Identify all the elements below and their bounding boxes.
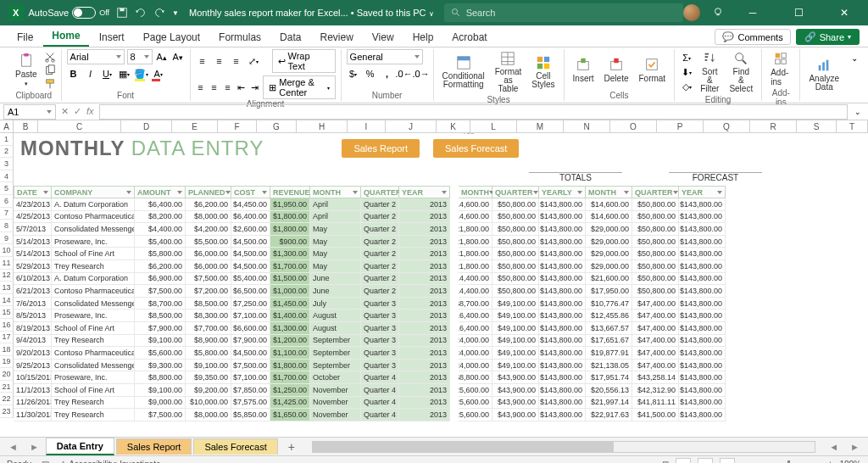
row-headers[interactable]: 1234567891011121314151617181920212223 — [0, 133, 14, 437]
row-header[interactable]: 16 — [0, 319, 14, 332]
table-row[interactable]: 9/4/2013Trey Research$9,100.00$8,900.00$… — [14, 335, 726, 348]
table-cell[interactable]: $1,950.00 — [270, 198, 310, 211]
table-cell[interactable]: August — [310, 322, 361, 335]
zoom-level[interactable]: 100% — [839, 460, 861, 464]
table-cell[interactable]: $4,500.00 — [231, 236, 270, 248]
table-cell[interactable]: 11/30/2013 — [14, 409, 52, 421]
table-header[interactable]: QUARTER — [361, 186, 399, 198]
insert-cells-button[interactable]: Insert — [570, 55, 598, 85]
table-cell[interactable]: $10,000.00 — [186, 397, 231, 410]
table-cell[interactable]: Quarter 2 — [361, 198, 399, 211]
table-cell[interactable]: $5,400.00 — [231, 273, 270, 286]
table-cell[interactable]: $6,200.00 — [186, 198, 231, 211]
table-cell[interactable]: Quarter 3 — [361, 335, 399, 348]
row-header[interactable]: 22 — [0, 393, 14, 405]
table-cell[interactable]: $5,800.00 — [135, 248, 186, 260]
enter-formula-icon[interactable]: ✓ — [74, 106, 81, 117]
table-cell[interactable]: 9/25/2013 — [14, 360, 52, 372]
table-cell[interactable]: $7,575.00 — [231, 397, 270, 410]
table-cell[interactable]: $1,400.00 — [270, 310, 310, 322]
table-cell[interactable]: 9/20/2013 — [14, 347, 52, 360]
table-cell[interactable]: $8,800.00 — [135, 371, 186, 384]
table-cell[interactable]: $17,651.67 — [586, 335, 632, 348]
table-cell[interactable]: Quarter 3 — [361, 298, 399, 310]
percent-format-icon[interactable]: % — [364, 67, 377, 81]
table-cell[interactable]: $143,800.00 — [539, 248, 586, 260]
decrease-decimal-icon[interactable]: .0→ — [415, 67, 428, 81]
column-headers[interactable]: ABCDEFGHIJKLMNOPQRST — [0, 120, 868, 133]
table-cell[interactable]: $143,800.00 — [679, 371, 726, 384]
table-cell[interactable]: July — [310, 298, 361, 310]
table-cell[interactable]: $50,800.00 — [492, 198, 539, 211]
table-cell[interactable]: 4/23/2013 — [14, 198, 52, 211]
table-cell[interactable]: Quarter 3 — [361, 310, 399, 322]
table-cell[interactable]: $143,800.00 — [679, 335, 726, 348]
table-cell[interactable]: $25,600.00 — [459, 384, 492, 397]
table-cell[interactable]: $9,200.00 — [186, 384, 231, 397]
table-cell[interactable]: $42,312.90 — [632, 384, 679, 397]
table-cell[interactable]: $6,400.00 — [231, 211, 270, 224]
font-name-select[interactable]: Arial — [67, 49, 125, 64]
cell-styles-button[interactable]: Cell Styles — [528, 53, 558, 91]
col-header[interactable]: J — [386, 120, 437, 132]
table-cell[interactable]: $47,400.00 — [632, 347, 679, 360]
table-cell[interactable]: School of Fine Art — [52, 248, 135, 260]
table-cell[interactable]: 2013 — [399, 310, 450, 322]
table-header[interactable]: AMOUNT — [135, 186, 186, 198]
table-cell[interactable]: Quarter 3 — [361, 322, 399, 335]
sales-report-button[interactable]: Sales Report — [342, 139, 420, 158]
table-cell[interactable]: $143,800.00 — [679, 347, 726, 360]
autosum-icon[interactable]: Σ▾ — [680, 51, 693, 64]
row-header[interactable]: 9 — [0, 232, 14, 245]
table-cell[interactable]: $143,800.00 — [679, 384, 726, 397]
col-header[interactable]: C — [38, 120, 121, 132]
table-cell[interactable]: 7/6/2013 — [14, 298, 52, 310]
table-cell[interactable]: $143,800.00 — [679, 273, 726, 286]
table-header[interactable]: MONTH — [586, 186, 632, 198]
italic-button[interactable]: I — [84, 67, 97, 81]
table-cell[interactable]: Quarter 2 — [361, 236, 399, 248]
table-cell[interactable]: $4,500.00 — [231, 347, 270, 360]
table-cell[interactable]: $143,800.00 — [539, 335, 586, 348]
table-header[interactable]: MONTH — [310, 186, 361, 198]
number-format-select[interactable]: General — [347, 49, 423, 64]
table-cell[interactable]: $50,800.00 — [492, 248, 539, 260]
table-row[interactable]: 11/26/2013Trey Research$9,000.00$10,000.… — [14, 397, 726, 410]
row-header[interactable]: 23 — [0, 405, 14, 418]
table-cell[interactable]: $1,450.00 — [270, 298, 310, 310]
page-break-view-icon[interactable] — [720, 458, 735, 463]
table-cell[interactable]: $7,900.00 — [135, 322, 186, 335]
table-cell[interactable]: $5,600.00 — [135, 347, 186, 360]
tab-data[interactable]: Data — [271, 28, 309, 47]
table-cell[interactable]: $8,700.00 — [459, 298, 492, 310]
document-title[interactable]: Monthly sales report maker for Excel... … — [189, 8, 434, 18]
table-cell[interactable]: $43,258.14 — [632, 371, 679, 384]
table-cell[interactable]: Quarter 4 — [361, 384, 399, 397]
table-cell[interactable]: $143,800.00 — [539, 236, 586, 248]
page-layout-view-icon[interactable] — [698, 458, 713, 463]
table-cell[interactable]: $47,400.00 — [632, 322, 679, 335]
name-box[interactable]: A1 — [3, 104, 56, 120]
table-cell[interactable]: $9,350.00 — [186, 371, 231, 384]
align-center-icon[interactable]: ≡ — [209, 81, 220, 94]
table-cell[interactable]: $143,800.00 — [679, 211, 726, 224]
table-cell[interactable]: 2013 — [399, 260, 450, 273]
table-cell[interactable]: $1,100.00 — [270, 347, 310, 360]
table-cell[interactable]: 5/29/2013 — [14, 260, 52, 273]
fx-icon[interactable]: fx — [86, 106, 94, 117]
decrease-indent-icon[interactable]: ⇤ — [236, 81, 246, 94]
comma-format-icon[interactable]: , — [381, 67, 394, 81]
col-header[interactable]: A — [0, 120, 14, 132]
col-header[interactable]: O — [610, 120, 657, 132]
row-header[interactable]: 18 — [0, 343, 14, 356]
col-header[interactable]: H — [297, 120, 348, 132]
table-cell[interactable]: 8/5/2013 — [14, 310, 52, 322]
tab-pagelayout[interactable]: Page Layout — [135, 28, 209, 47]
col-header[interactable]: F — [218, 120, 257, 132]
col-header[interactable]: L — [470, 120, 517, 132]
row-header[interactable]: 21 — [0, 381, 14, 393]
lightbulb-icon[interactable] — [712, 7, 724, 19]
wrap-text-button[interactable]: ↩ Wrap Text — [272, 49, 336, 73]
table-cell[interactable]: $43,900.00 — [492, 409, 539, 421]
table-row[interactable]: 7/6/2013Consolidated Messenger$8,700.00$… — [14, 298, 726, 310]
